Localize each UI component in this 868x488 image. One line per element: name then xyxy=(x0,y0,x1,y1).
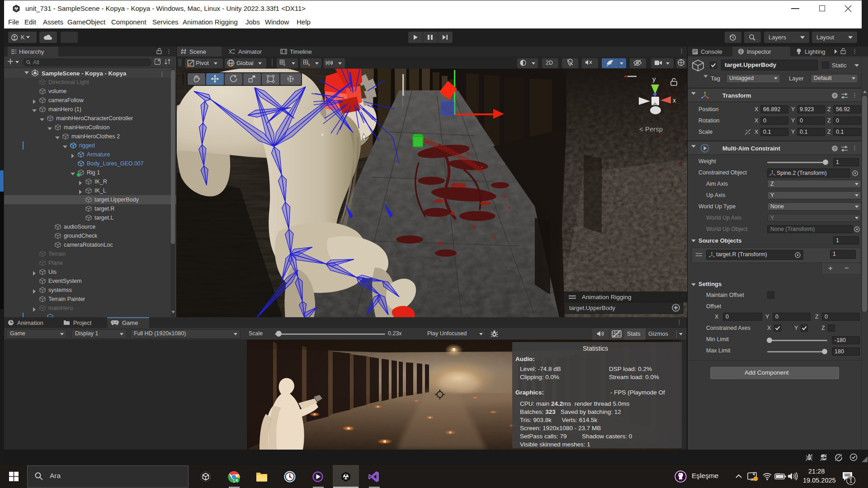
svg-text:x: x xyxy=(673,97,676,104)
svg-text:?: ? xyxy=(834,146,836,151)
svg-text:y: y xyxy=(652,75,656,83)
svg-text:target.UpperBody: target.UpperBody xyxy=(569,305,615,311)
svg-text:K: K xyxy=(236,478,239,483)
svg-text:z: z xyxy=(283,63,285,66)
svg-text:Animation Rigging: Animation Rigging xyxy=(582,294,632,300)
svg-text:< Persp: < Persp xyxy=(639,125,663,133)
svg-text:?: ? xyxy=(834,94,836,98)
svg-text:1: 1 xyxy=(849,478,853,484)
